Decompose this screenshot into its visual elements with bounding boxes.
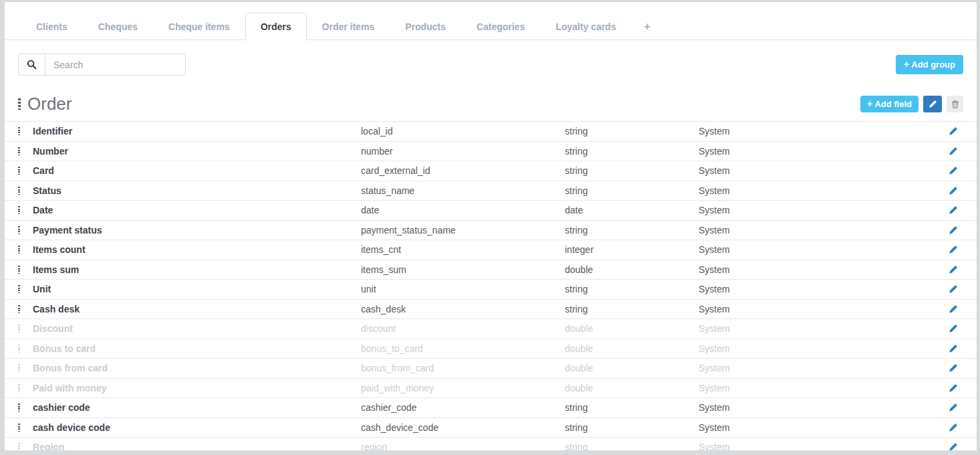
field-key: payment_status_name (361, 225, 565, 236)
row-drag-handle-icon[interactable] (18, 325, 20, 333)
field-key: paid_with_money (361, 383, 565, 393)
edit-field-button[interactable] (949, 225, 977, 235)
tab-cheque-items[interactable]: Cheque items (153, 13, 245, 40)
add-tab-button[interactable]: + (631, 13, 662, 40)
pencil-icon (949, 304, 958, 314)
edit-field-button[interactable] (949, 265, 977, 274)
tab-orders[interactable]: Orders (245, 13, 307, 40)
table-row: Unit unit string System (5, 279, 977, 299)
edit-field-button[interactable] (949, 245, 977, 254)
row-drag-handle-icon[interactable] (18, 443, 20, 450)
field-type: string (565, 185, 699, 196)
row-drag-handle-icon[interactable] (18, 305, 20, 313)
delete-group-button[interactable] (947, 96, 963, 112)
field-name: cash device code (33, 422, 361, 433)
group-title: Order (27, 94, 860, 114)
field-type: string (565, 146, 699, 157)
pencil-icon (949, 205, 958, 215)
row-drag-handle-icon[interactable] (18, 226, 20, 234)
search-box (18, 54, 186, 76)
field-type: double (565, 383, 699, 393)
field-name: Card (33, 165, 361, 176)
field-key: local_id (361, 126, 565, 136)
table-row: Payment status payment_status_name strin… (5, 220, 977, 240)
table-row: Status status_name string System (5, 181, 977, 201)
row-drag-handle-icon[interactable] (18, 285, 20, 293)
field-source: System (699, 185, 949, 196)
edit-field-button[interactable] (949, 166, 977, 175)
field-key: date (361, 205, 565, 215)
table-row: Card card_external_id string System (5, 161, 977, 181)
pencil-icon (949, 363, 958, 373)
pencil-icon (949, 284, 958, 294)
table-row: Paid with money paid_with_money double S… (5, 378, 977, 398)
field-key: cash_device_code (361, 422, 565, 433)
field-source: System (699, 442, 949, 450)
edit-field-button[interactable] (949, 126, 977, 136)
field-type: double (565, 343, 699, 354)
pencil-icon (949, 324, 958, 333)
table-row: cashier code cashier_code string System (5, 397, 977, 418)
table-row: Number number string System (5, 141, 977, 161)
edit-field-button[interactable] (949, 324, 977, 333)
edit-field-button[interactable] (949, 284, 977, 294)
row-drag-handle-icon[interactable] (18, 167, 20, 175)
field-source: System (699, 264, 949, 275)
row-drag-handle-icon[interactable] (18, 345, 20, 353)
row-drag-handle-icon[interactable] (18, 246, 20, 254)
edit-group-button[interactable] (923, 96, 942, 112)
field-key: unit (361, 284, 565, 294)
field-name: Bonus from card (33, 363, 361, 373)
field-name: Unit (33, 284, 361, 294)
tab-clients[interactable]: Clients (21, 13, 83, 40)
field-source: System (699, 422, 949, 433)
field-name: Bonus to card (33, 343, 361, 354)
field-key: cashier_code (361, 402, 565, 413)
row-drag-handle-icon[interactable] (18, 266, 20, 274)
field-type: string (565, 402, 699, 413)
search-icon (19, 54, 45, 75)
row-drag-handle-icon[interactable] (18, 403, 20, 412)
tab-order-items[interactable]: Order items (307, 13, 390, 40)
add-group-button[interactable]: + Add group (896, 55, 963, 74)
field-source: System (699, 225, 949, 236)
field-source: System (699, 323, 949, 334)
row-drag-handle-icon[interactable] (18, 424, 20, 432)
row-drag-handle-icon[interactable] (18, 384, 20, 392)
field-source: System (699, 205, 949, 215)
field-type: double (565, 264, 699, 275)
add-field-button[interactable]: + Add field (860, 96, 918, 112)
edit-field-button[interactable] (949, 147, 977, 156)
tab-loyalty-cards[interactable]: Loyalty cards (540, 13, 631, 40)
group-drag-handle-icon[interactable] (18, 98, 21, 110)
row-drag-handle-icon[interactable] (18, 364, 20, 372)
tab-cheques[interactable]: Cheques (83, 13, 153, 40)
edit-field-button[interactable] (949, 205, 977, 215)
field-key: status_name (361, 185, 565, 196)
edit-field-button[interactable] (949, 344, 977, 353)
field-key: bonus_to_card (361, 343, 565, 354)
app-panel: ClientsChequesCheque itemsOrdersOrder it… (5, 2, 977, 450)
edit-field-button[interactable] (949, 304, 977, 314)
table-row: Region region string System (5, 437, 977, 450)
tab-categories[interactable]: Categories (461, 13, 540, 40)
field-type: double (565, 323, 699, 334)
tab-products[interactable]: Products (390, 13, 461, 40)
edit-field-button[interactable] (949, 363, 977, 373)
edit-field-button[interactable] (949, 383, 977, 393)
table-row: Identifier local_id string System (5, 121, 977, 141)
edit-field-button[interactable] (949, 403, 977, 412)
field-type: string (565, 422, 699, 433)
row-drag-handle-icon[interactable] (18, 147, 20, 155)
field-source: System (699, 126, 949, 136)
search-input[interactable] (45, 54, 185, 75)
row-drag-handle-icon[interactable] (18, 127, 20, 135)
field-name: Date (33, 205, 361, 215)
edit-field-button[interactable] (949, 423, 977, 432)
edit-field-button[interactable] (949, 186, 977, 195)
pencil-icon (949, 383, 958, 393)
row-drag-handle-icon[interactable] (18, 206, 20, 214)
table-row: Date date date System (5, 200, 977, 220)
row-drag-handle-icon[interactable] (18, 187, 20, 195)
edit-field-button[interactable] (949, 442, 977, 450)
